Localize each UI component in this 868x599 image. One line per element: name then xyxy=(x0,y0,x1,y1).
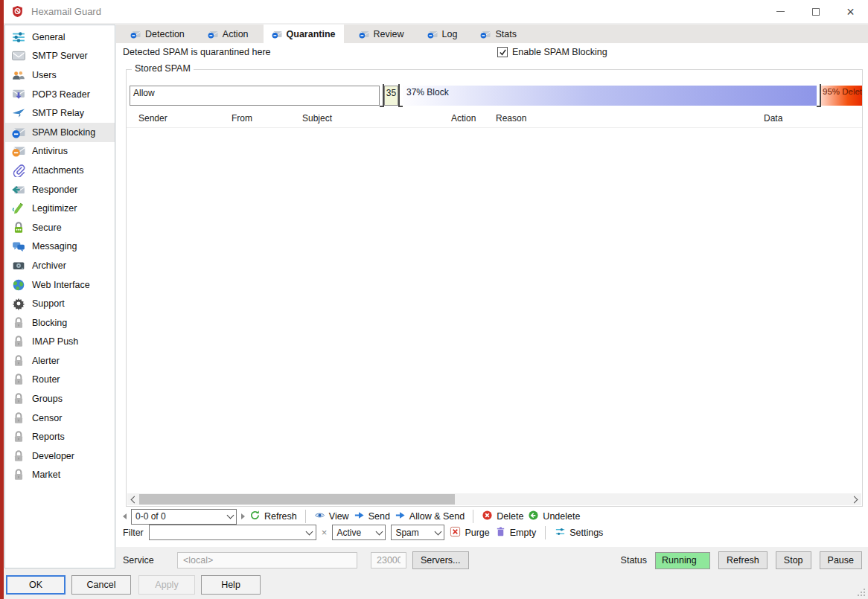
chevron-down-icon xyxy=(432,531,444,534)
help-button[interactable]: Help xyxy=(201,575,261,595)
column-header-subject[interactable]: Subject xyxy=(302,113,451,124)
maximize-button[interactable] xyxy=(798,0,833,23)
sidebar-item-label: SMTP Relay xyxy=(32,108,84,118)
sidebar-item-general[interactable]: General xyxy=(5,28,115,47)
tab-quarantine[interactable]: Quarantine xyxy=(264,25,344,43)
tab-review[interactable]: Review xyxy=(351,25,412,43)
allow-and-send-button[interactable]: Allow & Send xyxy=(395,510,465,523)
slider-allow-zone[interactable]: Allow xyxy=(130,86,380,106)
view-icon xyxy=(314,510,325,523)
service-pause-button[interactable]: Pause xyxy=(820,551,862,569)
sidebar: GeneralSMTP ServerUsersPOP3 ReaderSMTP R… xyxy=(4,25,115,568)
undelete-button[interactable]: Undelete xyxy=(528,510,580,523)
sidebar-item-label: Attachments xyxy=(32,165,83,176)
empty-label: Empty xyxy=(510,528,536,538)
sidebar-item-web-interface[interactable]: Web Interface xyxy=(5,275,115,295)
tab-label: Review xyxy=(374,29,404,39)
column-header-from[interactable]: From xyxy=(232,113,302,124)
column-header-reason[interactable]: Reason xyxy=(496,113,764,124)
sidebar-item-secure[interactable]: Secure xyxy=(5,218,115,237)
settings-button[interactable]: Settings xyxy=(555,526,603,539)
horizontal-scrollbar[interactable] xyxy=(127,493,861,505)
sidebar-item-legitimizer[interactable]: Legitimizer xyxy=(5,199,115,218)
scroll-right-button[interactable] xyxy=(849,493,861,505)
spamblock-icon xyxy=(12,126,25,139)
sidebar-item-antivirus[interactable]: Antivirus xyxy=(5,142,115,161)
sidebar-item-groups[interactable]: Groups xyxy=(5,389,115,409)
tab-stats[interactable]: Stats xyxy=(472,25,525,43)
tab-detection[interactable]: Detection xyxy=(122,25,193,43)
window-controls: × xyxy=(763,0,868,23)
empty-button[interactable]: Empty xyxy=(495,526,536,539)
sidebar-item-router[interactable]: Router xyxy=(5,371,115,390)
ok-button[interactable]: OK xyxy=(6,575,66,595)
service-host-field[interactable] xyxy=(177,552,357,568)
sidebar-item-reports[interactable]: Reports xyxy=(5,427,115,446)
minimize-button[interactable] xyxy=(763,0,798,23)
scrollbar-thumb[interactable] xyxy=(139,494,455,504)
status-filter-select[interactable]: Active xyxy=(332,525,386,540)
sidebar-item-attachments[interactable]: Attachments xyxy=(5,161,115,180)
column-header-sender[interactable]: Sender xyxy=(138,113,232,124)
sidebar-item-smtp-server[interactable]: SMTP Server xyxy=(5,47,115,66)
sidebar-item-messaging[interactable]: Messaging xyxy=(5,237,115,257)
type-filter-value: Spam xyxy=(395,528,418,538)
archiver-icon xyxy=(12,259,25,272)
close-button[interactable]: × xyxy=(833,0,868,23)
cancel-button[interactable]: Cancel xyxy=(71,575,131,595)
sidebar-item-label: Legitimizer xyxy=(32,203,77,214)
send-button[interactable]: Send xyxy=(354,510,390,523)
sidebar-item-pop3-reader[interactable]: POP3 Reader xyxy=(5,85,115,104)
service-stop-button[interactable]: Stop xyxy=(776,551,811,569)
scroll-left-button[interactable] xyxy=(127,493,139,505)
next-page-icon xyxy=(241,513,245,519)
separator xyxy=(473,510,473,523)
service-refresh-button[interactable]: Refresh xyxy=(718,551,768,569)
resize-grip[interactable] xyxy=(857,588,865,596)
slider-block-zone[interactable]: 37% Block xyxy=(403,86,817,106)
chevron-down-icon xyxy=(224,515,236,518)
footer-bar: OK Cancel Apply Help xyxy=(0,575,868,599)
next-page-button[interactable] xyxy=(241,513,245,519)
type-filter-select[interactable]: Spam xyxy=(391,525,444,540)
delete-button[interactable]: Delete xyxy=(482,510,523,523)
filter-input[interactable] xyxy=(153,528,304,538)
slider-delete-zone[interactable]: 95% Delete xyxy=(821,86,862,106)
servers-button[interactable]: Servers... xyxy=(412,551,469,569)
block-label: 37% Block xyxy=(406,87,449,97)
enable-spam-blocking-checkbox[interactable]: Enable SPAM Blocking xyxy=(497,47,607,57)
checkbox-check-icon[interactable] xyxy=(497,47,508,57)
sidebar-item-support[interactable]: Support xyxy=(5,294,115,313)
sidebar-item-blocking[interactable]: Blocking xyxy=(5,313,115,333)
pen-icon xyxy=(12,202,25,215)
mail-tab-icon xyxy=(427,29,438,39)
sidebar-item-market[interactable]: Market xyxy=(5,466,115,485)
refresh-list-button[interactable]: Refresh xyxy=(249,510,297,523)
sidebar-item-users[interactable]: Users xyxy=(5,65,115,85)
slider-threshold-value[interactable]: 35 xyxy=(384,86,398,106)
sidebar-item-alerter[interactable]: Alerter xyxy=(5,351,115,371)
tab-log[interactable]: Log xyxy=(419,25,466,43)
sidebar-item-censor[interactable]: Censor xyxy=(5,409,115,428)
filter-combobox[interactable] xyxy=(149,525,316,540)
sidebar-item-responder[interactable]: Responder xyxy=(5,180,115,199)
page-range-select[interactable]: 0-0 of 0 xyxy=(131,509,237,525)
sidebar-item-archiver[interactable]: Archiver xyxy=(5,256,115,275)
prev-page-button[interactable] xyxy=(123,513,127,519)
sidebar-item-label: Developer xyxy=(32,451,74,461)
table-body[interactable] xyxy=(127,128,862,493)
column-header-data[interactable]: Data xyxy=(764,113,862,124)
service-port-field[interactable] xyxy=(371,552,406,568)
sidebar-item-label: Router xyxy=(32,374,60,385)
sidebar-item-smtp-relay[interactable]: SMTP Relay xyxy=(5,103,115,123)
sidebar-item-developer[interactable]: Developer xyxy=(5,446,115,466)
column-header-action[interactable]: Action xyxy=(451,113,496,124)
filter-clear-button[interactable]: × xyxy=(322,527,328,538)
status-filter-value: Active xyxy=(336,528,361,538)
tab-action[interactable]: Action xyxy=(200,25,257,43)
scrollbar-track[interactable] xyxy=(139,493,849,505)
purge-button[interactable]: Purge xyxy=(450,526,489,539)
sidebar-item-imap-push[interactable]: IMAP Push xyxy=(5,333,115,352)
sidebar-item-spam-blocking[interactable]: SPAM Blocking xyxy=(5,123,115,142)
view-button[interactable]: View xyxy=(314,510,349,523)
